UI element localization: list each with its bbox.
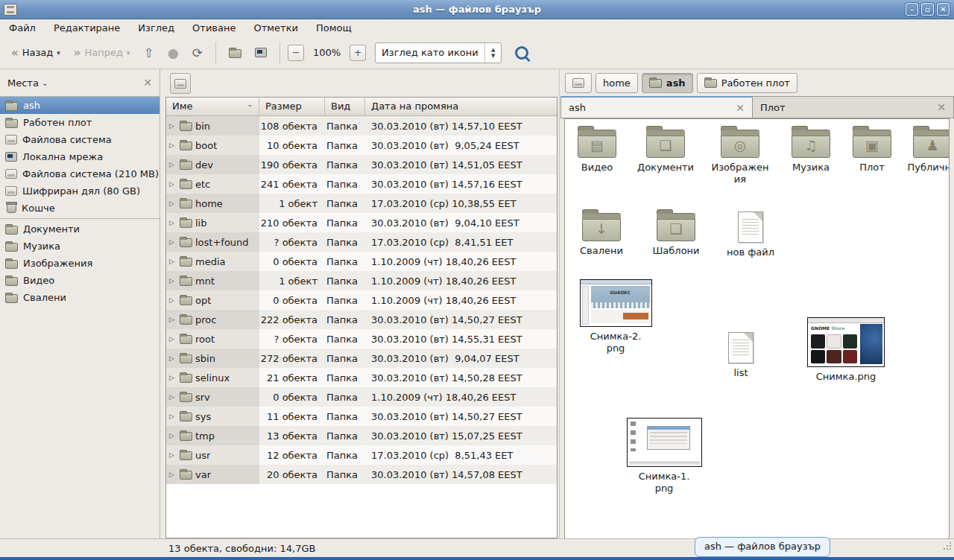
resize-grip[interactable] — [942, 542, 951, 551]
table-row[interactable]: ▷tmp13 обектаПапка30.03.2010 (вт) 15,07,… — [166, 426, 557, 445]
table-row[interactable]: ▷var20 обектаПапка30.03.2010 (вт) 14,57,… — [166, 465, 557, 484]
table-row[interactable]: ▷etc241 обектаПапка30.03.2010 (вт) 14,57… — [166, 174, 557, 194]
file-item[interactable]: ❏Шаблони — [648, 209, 704, 257]
sidebar-item[interactable]: Свалени — [0, 289, 159, 306]
expander-icon[interactable]: ▷ — [169, 238, 177, 246]
file-item[interactable]: нов файл — [723, 209, 778, 258]
table-row[interactable]: ▷srv0 обектаПапка1.10.2009 (чт) 18,40,26… — [166, 387, 557, 407]
expander-icon[interactable]: ▷ — [169, 432, 177, 439]
table-row[interactable]: ▷media0 обектаПапка1.10.2009 (чт) 18,40,… — [166, 252, 557, 271]
sidebar-item[interactable]: Видео — [0, 272, 159, 289]
table-row[interactable]: ▷mnt1 обектПапка1.10.2009 (чт) 18,40,26 … — [166, 271, 557, 290]
expander-icon[interactable]: ▷ — [169, 335, 177, 343]
zoom-out-button[interactable]: − — [288, 45, 304, 61]
expander-icon[interactable]: ▷ — [169, 258, 177, 265]
table-row[interactable]: ▷lib210 обектаПапка30.03.2010 (вт) 9,04,… — [166, 213, 557, 232]
sidebar-item[interactable]: Шифриран дял (80 GB) — [0, 182, 159, 200]
expander-icon[interactable]: ▷ — [169, 451, 177, 459]
sidebar-item[interactable]: Работен плот — [0, 114, 159, 131]
expander-icon[interactable]: ▷ — [169, 393, 177, 401]
forward-button[interactable]: » Напред ▾ — [69, 42, 136, 63]
menu-item[interactable]: Помощ — [316, 22, 352, 34]
taskbar-window-label[interactable]: ash — файлов браузър — [695, 537, 830, 557]
table-row[interactable]: ▷usr12 обектаПапка17.03.2010 (ср) 8,51,4… — [166, 445, 557, 465]
table-row[interactable]: ▷opt0 обектаПапка1.10.2009 (чт) 18,40,26… — [166, 290, 557, 310]
pane-splitter-left[interactable] — [160, 69, 165, 538]
file-item[interactable]: ▣Плот — [848, 125, 896, 174]
sidebar-title-dropdown-icon[interactable]: ⌄ — [42, 79, 48, 87]
tab-ash[interactable]: ash✕ — [560, 96, 753, 118]
breadcrumb-button[interactable]: home — [596, 73, 638, 93]
table-row[interactable]: ▷home1 обектПапка17.03.2010 (ср) 10,38,5… — [166, 194, 557, 213]
table-row[interactable]: ▷bin108 обектаПапка30.03.2010 (вт) 14,57… — [166, 116, 557, 136]
tab-close-icon[interactable]: ✕ — [937, 101, 946, 113]
file-item[interactable]: list — [713, 329, 769, 379]
sidebar-item[interactable]: Кошче — [0, 200, 159, 217]
expander-icon[interactable]: ▷ — [169, 200, 177, 207]
table-row[interactable]: ▷sys11 обектаПапка30.03.2010 (вт) 14,50,… — [166, 407, 557, 426]
sidebar-item[interactable]: Музика — [0, 238, 159, 255]
breadcrumb-button[interactable]: Работен плот — [697, 73, 797, 93]
expander-icon[interactable]: ▷ — [169, 219, 177, 226]
file-item[interactable]: ↓Свалени — [574, 209, 629, 257]
expander-icon[interactable]: ▷ — [169, 180, 177, 188]
sidebar-item[interactable]: Файлова система — [0, 131, 159, 148]
icon-view[interactable]: ▤Видео❏Документи◎Изображен ия♫Музика▣Пло… — [564, 118, 950, 538]
table-row[interactable]: ▷proc222 обектаПапка30.03.2010 (вт) 14,5… — [166, 310, 557, 329]
table-row[interactable]: ▷boot10 обектаПапка30.03.2010 (вт) 9,05,… — [166, 136, 557, 155]
stop-button[interactable]: ● — [162, 42, 184, 64]
column-header-modified[interactable]: Дата на промяна — [365, 98, 557, 115]
column-header-size[interactable]: Размер — [259, 98, 325, 115]
breadcrumb-button[interactable]: ash — [642, 73, 693, 93]
file-item[interactable]: ♫Музика — [781, 125, 841, 174]
column-header-type[interactable]: Вид — [325, 98, 365, 115]
expander-icon[interactable]: ▷ — [169, 374, 177, 381]
file-item[interactable]: ◎Изображен ия — [707, 125, 774, 185]
expander-icon[interactable]: ▷ — [169, 471, 177, 478]
sidebar-item[interactable]: Документи — [0, 220, 159, 238]
computer-button[interactable] — [250, 44, 272, 61]
sidebar-item[interactable]: Локална мрежа — [0, 148, 159, 165]
back-dropdown-icon[interactable]: ▾ — [57, 49, 60, 57]
file-item[interactable]: ♟Публични — [903, 125, 950, 174]
file-item[interactable]: Снимка-1. png — [619, 418, 710, 494]
expander-icon[interactable]: ▷ — [169, 141, 177, 149]
column-header-name[interactable]: Име ⌄ — [166, 98, 259, 115]
table-row[interactable]: ▷dev190 обектаПапка30.03.2010 (вт) 14,51… — [166, 155, 557, 174]
file-item[interactable]: GNOME StoreСнимка.png — [797, 317, 894, 383]
table-row[interactable]: ▷sbin272 обектаПапка30.03.2010 (вт) 9,04… — [166, 349, 557, 368]
table-row[interactable]: ▷root? обектаПапка30.03.2010 (вт) 14,55,… — [166, 329, 557, 349]
expander-icon[interactable]: ▷ — [169, 413, 177, 420]
tab-close-icon[interactable]: ✕ — [736, 102, 745, 114]
menu-item[interactable]: Файл — [9, 22, 36, 34]
table-row[interactable]: ▷selinux21 обектаПапка30.03.2010 (вт) 14… — [166, 368, 557, 387]
tree-root-button[interactable] — [170, 73, 191, 94]
expander-icon[interactable]: ▷ — [169, 277, 177, 284]
home-button[interactable] — [224, 44, 247, 62]
back-button[interactable]: « Назад ▾ — [6, 42, 66, 63]
expander-icon[interactable]: ▷ — [169, 316, 177, 323]
expander-icon[interactable]: ▷ — [169, 161, 177, 168]
tab-Плот[interactable]: Плот✕ — [753, 96, 954, 118]
menu-item[interactable]: Отметки — [253, 22, 297, 34]
file-item[interactable]: Снимка-2. png — [574, 279, 657, 354]
search-icon[interactable] — [515, 46, 528, 60]
menu-item[interactable]: Редактиране — [54, 22, 120, 34]
menu-item[interactable]: Отиване — [192, 22, 236, 34]
sidebar-title[interactable]: Места — [7, 77, 39, 89]
file-item[interactable]: ❏Документи — [632, 125, 699, 174]
zoom-in-button[interactable]: + — [350, 45, 366, 61]
table-row[interactable]: ▷lost+found? обектаПапка17.03.2010 (ср) … — [166, 232, 557, 252]
expander-icon[interactable]: ▷ — [169, 296, 177, 304]
reload-button[interactable]: ⟳ — [187, 42, 208, 64]
expander-icon[interactable]: ▷ — [169, 122, 177, 130]
sidebar-item[interactable]: Изображения — [0, 255, 159, 272]
sidebar-item[interactable]: ash — [0, 97, 159, 114]
expander-icon[interactable]: ▷ — [169, 354, 177, 362]
breadcrumb-button[interactable] — [565, 73, 592, 93]
menu-item[interactable]: Изглед — [138, 22, 174, 34]
up-button[interactable]: ⇧ — [139, 42, 159, 64]
file-item[interactable]: ▤Видео — [569, 125, 625, 174]
view-mode-select[interactable]: Изглед като икони ▲▼ — [375, 42, 502, 63]
sidebar-close-icon[interactable]: ✕ — [143, 77, 152, 89]
